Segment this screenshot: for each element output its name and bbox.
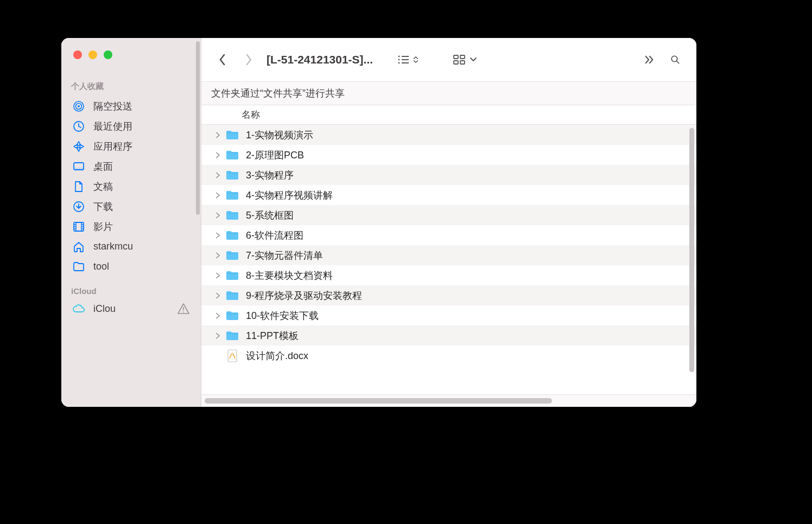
disclosure-triangle[interactable] xyxy=(213,312,222,319)
sidebar-scrollbar[interactable] xyxy=(196,41,200,215)
file-name: 8-主要模块文档资料 xyxy=(246,269,333,282)
sidebar-item-label: 影片 xyxy=(93,220,113,233)
file-list: 1-实物视频演示2-原理图PCB3-实物程序4-实物程序视频讲解5-系统框图6-… xyxy=(201,125,696,394)
disclosure-triangle[interactable] xyxy=(213,152,222,158)
sidebar-item-desktop[interactable]: 桌面 xyxy=(68,156,194,176)
disclosure-triangle[interactable] xyxy=(213,132,222,138)
bottom-bar xyxy=(201,394,696,407)
sidebar-item-label: tool xyxy=(93,261,109,272)
movies-icon xyxy=(72,220,85,233)
back-button[interactable] xyxy=(211,48,234,72)
file-name: 2-原理图PCB xyxy=(246,149,304,162)
sidebar-item-apps[interactable]: 应用程序 xyxy=(68,136,194,156)
zoom-window-button[interactable] xyxy=(104,50,112,59)
file-row[interactable]: 3-实物程序 xyxy=(201,165,696,185)
search-button[interactable] xyxy=(664,48,687,72)
download-icon xyxy=(72,200,85,213)
folder-icon xyxy=(225,168,239,182)
sidebar-item-label: 桌面 xyxy=(93,160,113,173)
disclosure-triangle[interactable] xyxy=(213,272,222,279)
folder-icon xyxy=(225,128,239,142)
sidebar-section-favorites: 个人收藏 xyxy=(61,81,201,96)
file-row[interactable]: 9-程序烧录及驱动安装教程 xyxy=(201,285,696,305)
file-row[interactable]: 1-实物视频演示 xyxy=(201,125,696,145)
file-row[interactable]: 5-系统框图 xyxy=(201,205,696,225)
file-name: 设计简介.docx xyxy=(246,349,308,362)
folder-icon xyxy=(225,309,239,323)
disclosure-triangle[interactable] xyxy=(213,292,222,299)
vertical-scrollbar[interactable] xyxy=(689,128,694,372)
clock-icon xyxy=(72,120,85,133)
svg-point-23 xyxy=(398,62,400,64)
disclosure-triangle[interactable] xyxy=(213,192,222,199)
folder-icon xyxy=(225,269,239,283)
folder-icon xyxy=(225,329,239,343)
sidebar-item-movies[interactable]: 影片 xyxy=(68,216,194,237)
group-by-selector[interactable] xyxy=(450,54,477,66)
file-row[interactable]: 10-软件安装下载 xyxy=(201,305,696,325)
close-window-button[interactable] xyxy=(73,50,82,59)
file-row[interactable]: 6-软件流程图 xyxy=(201,225,696,245)
folder-icon xyxy=(225,208,239,222)
disclosure-triangle[interactable] xyxy=(213,172,222,178)
sidebar-section-icloud: iCloud xyxy=(61,286,201,300)
file-name: 10-软件安装下载 xyxy=(246,309,319,322)
sidebar-item-label: iClou xyxy=(93,303,116,315)
file-name: 5-系统框图 xyxy=(246,209,294,222)
sidebar-item-airdrop[interactable]: 隔空投送 xyxy=(68,96,194,116)
disclosure-triangle[interactable] xyxy=(213,232,222,239)
desktop-icon xyxy=(72,160,85,173)
file-row[interactable]: 8-主要模块文档资料 xyxy=(201,265,696,285)
file-row[interactable]: 4-实物程序视频讲解 xyxy=(201,185,696,205)
file-name: 4-实物程序视频讲解 xyxy=(246,189,333,202)
sidebar-item-doc[interactable]: 文稿 xyxy=(68,176,194,196)
sidebar-item-home[interactable]: starkmcu xyxy=(68,237,194,257)
svg-point-21 xyxy=(398,56,400,57)
view-mode-selector[interactable] xyxy=(395,54,420,66)
sidebar-item-download[interactable]: 下载 xyxy=(68,196,194,216)
sidebar-item-folder[interactable]: tool xyxy=(68,257,194,277)
column-header-name[interactable]: 名称 xyxy=(201,105,696,125)
file-row[interactable]: 7-实物元器件清单 xyxy=(201,245,696,265)
folder-icon xyxy=(225,289,239,303)
sidebar: 个人收藏 隔空投送最近使用应用程序桌面文稿下载影片starkmcutool iC… xyxy=(61,38,201,407)
forward-button[interactable] xyxy=(237,48,260,72)
file-name: 6-软件流程图 xyxy=(246,229,303,242)
cloud-icon xyxy=(72,302,85,315)
apps-icon xyxy=(72,140,85,153)
sidebar-item-label: starkmcu xyxy=(93,241,133,252)
file-row[interactable]: 2-原理图PCB xyxy=(201,145,696,165)
file-name: 11-PPT模板 xyxy=(246,329,299,342)
horizontal-scrollbar[interactable] xyxy=(205,398,552,404)
sidebar-item-icloud[interactable]: iClou xyxy=(61,300,201,317)
folder-icon xyxy=(225,148,239,162)
minimize-window-button[interactable] xyxy=(88,50,97,59)
file-row[interactable]: 设计简介.docx xyxy=(201,346,696,366)
sidebar-item-label: 隔空投送 xyxy=(93,100,132,113)
file-name: 1-实物视频演示 xyxy=(246,129,313,142)
sidebar-item-label: 文稿 xyxy=(93,180,113,193)
sidebar-item-clock[interactable]: 最近使用 xyxy=(68,116,194,136)
disclosure-triangle[interactable] xyxy=(213,212,222,219)
file-name: 7-实物元器件清单 xyxy=(246,249,323,262)
toolbar: [L-51-24121301-S]... xyxy=(201,38,696,81)
chevron-down-icon xyxy=(470,54,477,66)
file-row[interactable]: 11-PPT模板 xyxy=(201,325,696,346)
updown-icon xyxy=(412,54,420,66)
disclosure-triangle[interactable] xyxy=(213,252,222,259)
sidebar-item-label: 最近使用 xyxy=(93,120,132,133)
home-icon xyxy=(72,240,85,253)
folder-icon xyxy=(72,260,85,273)
svg-point-22 xyxy=(398,59,400,61)
content-area: [L-51-24121301-S]... 文件夹通过“文件共享”进行共享 名称 … xyxy=(201,38,696,407)
sidebar-item-label: 应用程序 xyxy=(93,140,132,153)
sidebar-item-label: 下载 xyxy=(93,200,113,213)
more-toolbar-button[interactable] xyxy=(638,48,661,72)
disclosure-triangle[interactable] xyxy=(213,333,222,339)
document-icon xyxy=(225,349,239,363)
folder-icon xyxy=(225,248,239,263)
finder-window: 个人收藏 隔空投送最近使用应用程序桌面文稿下载影片starkmcutool iC… xyxy=(61,38,696,407)
airdrop-icon xyxy=(72,100,85,113)
warning-icon xyxy=(177,302,190,315)
folder-icon xyxy=(225,228,239,242)
